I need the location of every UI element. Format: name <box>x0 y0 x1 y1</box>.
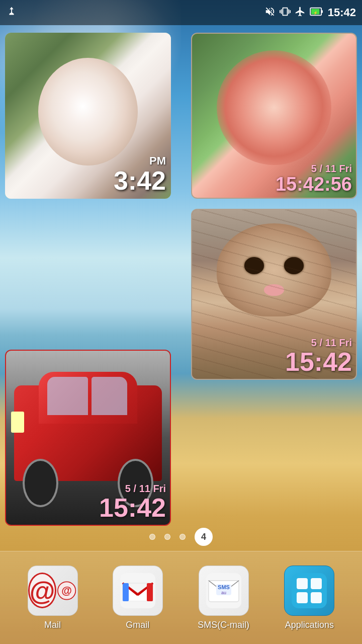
mail-icon[interactable]: @ <box>28 566 78 616</box>
applications-icon[interactable] <box>284 566 334 616</box>
svg-rect-26 <box>292 573 327 608</box>
sms-icon[interactable]: SMS au <box>199 566 249 616</box>
pink-rose-clock: 15:42:56 <box>276 175 352 194</box>
status-time: 15:42 <box>328 6 356 19</box>
car-window-left <box>47 377 88 415</box>
white-rose-ampm: PM <box>149 154 166 167</box>
svg-rect-27 <box>297 578 308 589</box>
widgets-area: PM 3:42 5 / 11 Fri 15:42:56 5 / 11 Fri 1… <box>0 28 362 556</box>
dock-item-sms[interactable]: SMS au SMS(C-mail) <box>198 566 249 630</box>
pink-rose-center <box>217 50 331 165</box>
white-rose-clock: 3:42 <box>114 168 166 194</box>
pink-rose-date: 5 / 11 Fri <box>276 163 352 175</box>
kitten-widget[interactable]: 5 / 11 Fri 15:42 <box>191 209 357 380</box>
pink-rose-time: 5 / 11 Fri 15:42:56 <box>276 163 352 194</box>
dock-item-applications[interactable]: Applications <box>284 566 334 630</box>
svg-rect-17 <box>147 583 153 601</box>
gmail-icon[interactable] <box>113 566 163 616</box>
mail-label: Mail <box>44 620 61 630</box>
sms-label: SMS(C-mail) <box>198 620 249 630</box>
car-widget[interactable]: 5 / 11 Fri 15:42 <box>5 350 171 526</box>
page-dot-3[interactable] <box>179 534 186 540</box>
airplane-icon <box>295 6 306 20</box>
car-headlight <box>11 412 24 433</box>
vibrate-icon <box>280 6 291 20</box>
svg-text:au: au <box>221 590 226 595</box>
svg-rect-29 <box>297 592 308 603</box>
dock-item-gmail[interactable]: Gmail <box>113 566 163 630</box>
dock-item-mail[interactable]: @ Mail <box>28 566 78 630</box>
page-indicators: 4 <box>0 528 362 546</box>
status-right: ⚡ 15:42 <box>264 6 356 20</box>
page-dot-1[interactable] <box>149 534 155 540</box>
car-wheel-left <box>23 459 59 508</box>
status-bar: ⚡ 15:42 <box>0 0 362 25</box>
status-left <box>6 6 17 20</box>
svg-text:@: @ <box>62 585 72 596</box>
svg-rect-2 <box>321 10 323 13</box>
kitten-time: 5 / 11 Fri 15:42 <box>285 337 352 375</box>
usb-icon <box>6 6 17 20</box>
car-window-right <box>92 377 128 415</box>
page-badge-number: 4 <box>201 532 206 542</box>
applications-label: Applications <box>285 620 334 630</box>
pink-rose-widget[interactable]: 5 / 11 Fri 15:42:56 <box>191 33 357 199</box>
page-badge[interactable]: 4 <box>195 528 213 546</box>
svg-rect-30 <box>311 592 322 603</box>
battery-icon: ⚡ <box>310 6 324 20</box>
svg-text:⚡: ⚡ <box>313 10 318 15</box>
svg-text:SMS: SMS <box>218 584 230 590</box>
mute-icon <box>264 6 276 20</box>
car-clock: 15:42 <box>99 495 166 521</box>
gmail-label: Gmail <box>126 620 149 630</box>
car-time: 5 / 11 Fri 15:42 <box>99 483 166 521</box>
white-rose-widget[interactable]: PM 3:42 <box>5 33 171 199</box>
kitten-clock: 15:42 <box>285 349 352 375</box>
dock: @ Mail Gmai <box>0 551 362 644</box>
white-rose-center <box>38 58 138 166</box>
svg-rect-16 <box>123 583 129 601</box>
svg-rect-28 <box>311 578 322 589</box>
white-rose-time: PM 3:42 <box>114 154 166 194</box>
page-dot-2[interactable] <box>164 534 170 540</box>
